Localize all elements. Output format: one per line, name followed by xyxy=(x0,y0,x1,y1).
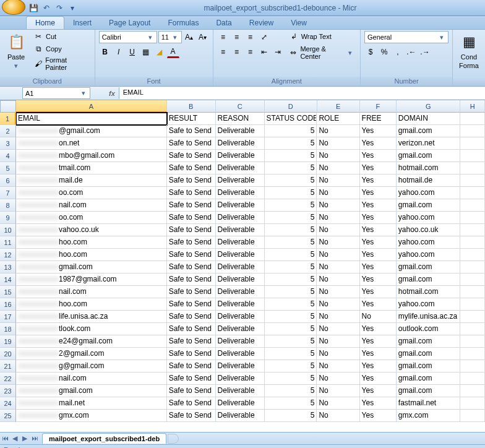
cell[interactable]: 5 xyxy=(265,311,317,323)
cell[interactable]: Yes xyxy=(360,150,397,162)
cell[interactable]: Deliverable xyxy=(216,360,265,373)
row-header[interactable]: 2 xyxy=(0,125,16,137)
cell[interactable]: Yes xyxy=(360,335,397,348)
cell[interactable] xyxy=(460,335,485,348)
cell[interactable]: fastmail.net xyxy=(397,397,461,410)
cell[interactable]: Yes xyxy=(360,261,397,274)
undo-icon[interactable]: ↶ xyxy=(41,2,52,14)
cell[interactable]: Yes xyxy=(360,174,397,187)
cell[interactable]: hotmail.de xyxy=(397,174,461,187)
format-painter-button[interactable]: 🖌Format Painter xyxy=(31,56,91,72)
cell[interactable]: 5 xyxy=(265,335,317,348)
cell[interactable]: Yes xyxy=(360,199,397,212)
cell[interactable] xyxy=(460,373,485,385)
tab-view[interactable]: View xyxy=(282,17,315,29)
cell[interactable]: xxxxxxxxxxxgmail.com xyxy=(16,261,167,274)
row-header[interactable]: 21 xyxy=(0,360,16,373)
font-size-select[interactable]: 11▾ xyxy=(158,31,182,43)
col-header-b[interactable]: B xyxy=(167,100,216,113)
comma-icon[interactable]: , xyxy=(392,46,404,58)
last-sheet-icon[interactable]: ⏭ xyxy=(30,434,40,442)
cell[interactable]: 5 xyxy=(265,298,317,311)
row-header[interactable]: 9 xyxy=(0,212,16,224)
cell[interactable]: xxxxxxxxxxxhoo.com xyxy=(16,298,167,311)
office-button[interactable] xyxy=(2,0,25,15)
cell[interactable] xyxy=(460,162,485,174)
row-header[interactable]: 17 xyxy=(0,311,16,323)
cell[interactable] xyxy=(460,174,485,187)
italic-button[interactable]: I xyxy=(113,46,125,58)
cell[interactable]: gmail.com xyxy=(397,274,461,286)
cell[interactable]: Yes xyxy=(360,162,397,174)
cell[interactable]: xxxxxxxxxxxg@gmail.com xyxy=(16,360,167,373)
cell[interactable]: xxxxxxxxxxxe24@gmail.com xyxy=(16,335,167,348)
cell[interactable]: Safe to Send xyxy=(167,410,216,422)
cell[interactable]: Safe to Send xyxy=(167,397,216,410)
cell[interactable]: No xyxy=(317,261,359,274)
cell[interactable]: No xyxy=(317,311,359,323)
row-header[interactable]: 6 xyxy=(0,174,16,187)
cell[interactable]: 5 xyxy=(265,137,317,150)
cell[interactable]: Deliverable xyxy=(216,335,265,348)
cell[interactable]: 5 xyxy=(265,199,317,212)
cell[interactable]: Deliverable xyxy=(216,249,265,261)
cell[interactable]: gmail.com xyxy=(397,199,461,212)
cell[interactable]: gmail.com xyxy=(397,373,461,385)
decrease-font-icon[interactable]: A▾ xyxy=(197,31,209,43)
cell[interactable]: No xyxy=(317,274,359,286)
cell[interactable]: Yes xyxy=(360,187,397,199)
row-header[interactable]: 13 xyxy=(0,261,16,274)
cell[interactable]: 5 xyxy=(265,360,317,373)
row-header[interactable]: 16 xyxy=(0,298,16,311)
cell[interactable]: gmail.com xyxy=(397,335,461,348)
cell[interactable]: Safe to Send xyxy=(167,249,216,261)
cell[interactable]: Yes xyxy=(360,373,397,385)
cell[interactable]: FREE xyxy=(360,113,397,125)
cell[interactable] xyxy=(460,150,485,162)
cell[interactable]: Safe to Send xyxy=(167,236,216,249)
cell[interactable]: xxxxxxxxxxx@gmail.com xyxy=(16,125,167,137)
cell[interactable]: No xyxy=(317,323,359,335)
number-format-select[interactable]: General▾ xyxy=(364,31,449,43)
cut-button[interactable]: ✂Cut xyxy=(31,31,91,42)
row-header[interactable]: 14 xyxy=(0,274,16,286)
cell[interactable]: No xyxy=(317,125,359,137)
cell[interactable]: RESULT xyxy=(167,113,216,125)
cell[interactable]: Safe to Send xyxy=(167,348,216,360)
cell[interactable] xyxy=(460,323,485,335)
col-header-d[interactable]: D xyxy=(265,100,317,113)
cell[interactable]: Deliverable xyxy=(216,212,265,224)
cell[interactable] xyxy=(460,199,485,212)
cell[interactable]: xxxxxxxxxxxgmx.com xyxy=(16,410,167,422)
cell[interactable]: Safe to Send xyxy=(167,335,216,348)
cell[interactable]: 5 xyxy=(265,274,317,286)
cell[interactable]: xxxxxxxxxxxtlook.com xyxy=(16,323,167,335)
cell[interactable]: gmail.com xyxy=(397,125,461,137)
cell[interactable]: yahoo.co.uk xyxy=(397,224,461,236)
formula-input[interactable]: EMAIL xyxy=(119,87,485,99)
align-center-icon[interactable]: ≡ xyxy=(231,46,243,58)
cell[interactable]: xxxxxxxxxxxmbo@gmail.com xyxy=(16,150,167,162)
cell[interactable]: xxxxxxxxxxxtmail.com xyxy=(16,162,167,174)
cell[interactable]: xxxxxxxxxxxmail.de xyxy=(16,174,167,187)
cell[interactable]: No xyxy=(317,286,359,298)
tab-formulas[interactable]: Formulas xyxy=(159,17,207,29)
cell[interactable] xyxy=(460,261,485,274)
cell[interactable]: Deliverable xyxy=(216,397,265,410)
cell[interactable]: 5 xyxy=(265,162,317,174)
row-header[interactable]: 7 xyxy=(0,187,16,199)
cell[interactable]: gmail.com xyxy=(397,261,461,274)
cell[interactable]: xxxxxxxxxxx2@gmail.com xyxy=(16,348,167,360)
cell[interactable]: Yes xyxy=(360,212,397,224)
cell[interactable]: Safe to Send xyxy=(167,360,216,373)
prev-sheet-icon[interactable]: ◀ xyxy=(10,434,20,442)
increase-decimal-icon[interactable]: .← xyxy=(405,46,418,58)
cell[interactable]: xxxxxxxxxxxmail.net xyxy=(16,397,167,410)
cell[interactable]: xxxxxxxxxxxlife.unisa.ac.za xyxy=(16,311,167,323)
cell[interactable] xyxy=(460,249,485,261)
cell[interactable]: yahoo.com xyxy=(397,298,461,311)
cell[interactable]: Safe to Send xyxy=(167,150,216,162)
cell[interactable]: hotmail.com xyxy=(397,286,461,298)
cell[interactable]: Deliverable xyxy=(216,199,265,212)
next-sheet-icon[interactable]: ▶ xyxy=(20,434,30,442)
